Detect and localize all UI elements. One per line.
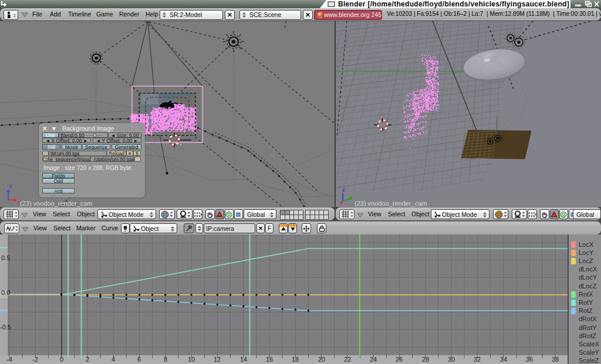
svg-text:x: x xyxy=(340,201,342,206)
svg-text:z: z xyxy=(342,187,345,193)
svg-text:0.0: 0.0 xyxy=(1,289,10,296)
svg-text:-0.5: -0.5 xyxy=(0,324,11,331)
svg-text:z: z xyxy=(9,183,12,189)
svg-text:0.5: 0.5 xyxy=(1,254,10,261)
svg-text:(23) voodoo_render_cam: (23) voodoo_render_cam xyxy=(354,200,427,207)
svg-text:(23) voodoo_render_cam: (23) voodoo_render_cam xyxy=(20,200,93,207)
